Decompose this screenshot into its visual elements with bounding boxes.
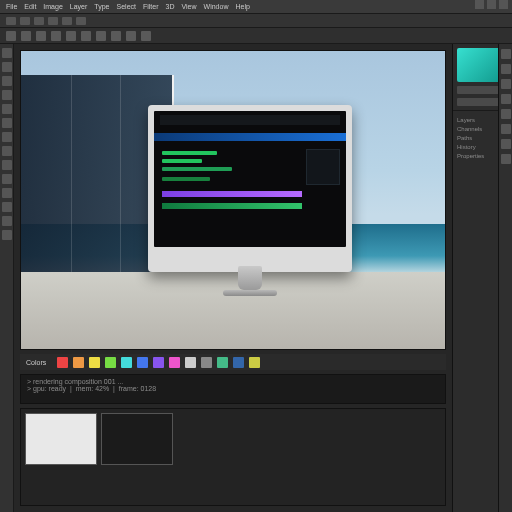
tool-icon[interactable] [36, 31, 46, 41]
color-swatch[interactable] [201, 357, 212, 368]
thumbnail-dark[interactable] [101, 413, 173, 465]
panel-icon[interactable] [501, 49, 511, 59]
menu-help[interactable]: Help [235, 3, 249, 10]
tool-icon[interactable] [51, 31, 61, 41]
clone-tool-icon[interactable] [2, 132, 12, 142]
swatch-bar: Colors [20, 354, 446, 370]
brush-tool-icon[interactable] [2, 118, 12, 128]
tool-icon[interactable] [21, 31, 31, 41]
window-controls [475, 0, 508, 9]
icon-toolbar [0, 28, 512, 44]
panel-icon[interactable] [501, 64, 511, 74]
console-line: > rendering composition 001 ... [27, 378, 123, 385]
color-swatch[interactable] [233, 357, 244, 368]
tool-icon[interactable] [126, 31, 136, 41]
gradient-tool-icon[interactable] [2, 160, 12, 170]
bottom-panel [20, 408, 446, 506]
monitor-stand [238, 266, 262, 290]
color-swatch[interactable] [73, 357, 84, 368]
swatch-label: Colors [26, 359, 46, 366]
screen-side-panel [306, 149, 340, 185]
panel-icon[interactable] [501, 109, 511, 119]
zoom-tool-icon[interactable] [2, 230, 12, 240]
color-swatch[interactable] [249, 357, 260, 368]
tool-icon[interactable] [96, 31, 106, 41]
hand-tool-icon[interactable] [2, 216, 12, 226]
right-tool-strip [498, 44, 512, 512]
console-line: > gpu: ready | mem: 42% | frame: 0128 [27, 385, 156, 392]
menu-bar: File Edit Image Layer Type Select Filter… [0, 0, 512, 14]
scene-ground [21, 272, 445, 349]
color-swatch[interactable] [217, 357, 228, 368]
menu-3d[interactable]: 3D [166, 3, 175, 10]
monitor-bezel [148, 105, 352, 272]
menu-window[interactable]: Window [204, 3, 229, 10]
menu-view[interactable]: View [182, 3, 197, 10]
screen-code-line [162, 159, 202, 163]
color-swatch[interactable] [57, 357, 68, 368]
color-swatch[interactable] [153, 357, 164, 368]
screen-header-strip [154, 133, 346, 141]
option-chip[interactable] [34, 17, 44, 25]
eyedropper-tool-icon[interactable] [2, 104, 12, 114]
scene-monitor [148, 105, 352, 272]
screen-code-line [162, 151, 217, 155]
option-chip[interactable] [6, 17, 16, 25]
color-swatch[interactable] [185, 357, 196, 368]
menu-image[interactable]: Image [43, 3, 62, 10]
color-swatch[interactable] [121, 357, 132, 368]
screen-titlebar [160, 115, 340, 125]
option-chip[interactable] [62, 17, 72, 25]
option-chip[interactable] [20, 17, 30, 25]
screen-code-line [162, 177, 210, 181]
menu-edit[interactable]: Edit [24, 3, 36, 10]
tool-icon[interactable] [81, 31, 91, 41]
console-panel[interactable]: > rendering composition 001 ... > gpu: r… [20, 374, 446, 404]
color-swatch[interactable] [169, 357, 180, 368]
tool-icon[interactable] [111, 31, 121, 41]
tool-palette [0, 44, 14, 512]
options-bar [0, 14, 512, 28]
panel-icon[interactable] [501, 139, 511, 149]
option-chip[interactable] [48, 17, 58, 25]
color-swatch[interactable] [105, 357, 116, 368]
eraser-tool-icon[interactable] [2, 146, 12, 156]
monitor-screen [154, 111, 346, 247]
screen-code-line [162, 167, 232, 171]
screen-waveform-purple [162, 191, 302, 197]
menu-select[interactable]: Select [117, 3, 136, 10]
shape-tool-icon[interactable] [2, 202, 12, 212]
screen-waveform-green [162, 203, 302, 209]
option-chip[interactable] [76, 17, 86, 25]
panel-icon[interactable] [501, 154, 511, 164]
text-tool-icon[interactable] [2, 174, 12, 184]
tool-icon[interactable] [6, 31, 16, 41]
thumbnail-light[interactable] [25, 413, 97, 465]
menu-type[interactable]: Type [94, 3, 109, 10]
minimize-button[interactable] [475, 0, 484, 9]
panel-icon[interactable] [501, 79, 511, 89]
crop-tool-icon[interactable] [2, 90, 12, 100]
panel-icon[interactable] [501, 94, 511, 104]
pen-tool-icon[interactable] [2, 188, 12, 198]
menu-file[interactable]: File [6, 3, 17, 10]
lasso-tool-icon[interactable] [2, 76, 12, 86]
menu-layer[interactable]: Layer [70, 3, 88, 10]
tool-icon[interactable] [66, 31, 76, 41]
maximize-button[interactable] [487, 0, 496, 9]
canvas-viewport[interactable] [20, 50, 446, 350]
close-button[interactable] [499, 0, 508, 9]
panel-icon[interactable] [501, 124, 511, 134]
menu-filter[interactable]: Filter [143, 3, 159, 10]
marquee-tool-icon[interactable] [2, 62, 12, 72]
color-swatch[interactable] [89, 357, 100, 368]
color-swatch[interactable] [137, 357, 148, 368]
tool-icon[interactable] [141, 31, 151, 41]
move-tool-icon[interactable] [2, 48, 12, 58]
